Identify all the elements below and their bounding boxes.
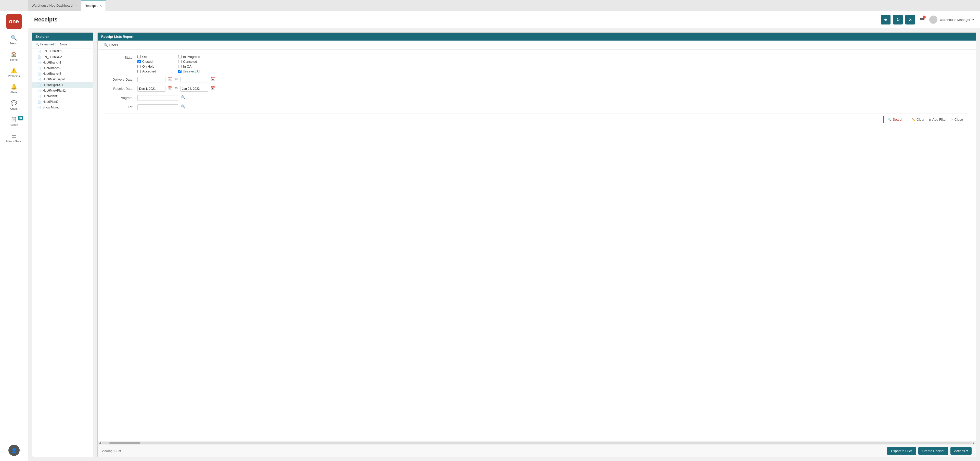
explorer-item-en-hub6dc1[interactable]: 📄EN_Hub6DC1 [32,48,93,54]
export-csv-button[interactable]: Export to CSV [887,447,916,455]
add-filter-button[interactable]: ⊕ Add Filter [929,118,947,121]
checkbox-canceled-input[interactable] [178,60,181,63]
program-label: Program: [105,95,133,100]
app-layout: one 🔍 Search 🏠 Home ⚠️ Problems 🔔 Alerts… [0,11,980,461]
checkbox-open-input[interactable] [137,55,141,58]
explorer-item-hub6plant1[interactable]: 📄Hub6Plant1 [32,93,93,99]
explorer-item-label: Hub6Branch1 [43,61,61,64]
hamburger-menu-button[interactable] [918,15,927,24]
explorer-item-hub6mfgadc1[interactable]: 📄Hub6MfgADC1 [32,82,93,88]
explorer-item-en-hub6dc2[interactable]: 📄EN_Hub6DC2 [32,54,93,60]
tab-close-receipts[interactable]: ✕ [99,4,102,8]
sidebar-item-search[interactable]: 🔍 Search [3,32,25,48]
checkbox-open[interactable]: Open [137,55,173,59]
sidebar-item-problems[interactable]: ⚠️ Problems [3,65,25,80]
delivery-date-to-calendar-button[interactable]: 📅 [211,77,215,81]
delivery-to-label: to [175,77,178,81]
delivery-date-label: Delivery Date: [105,77,133,81]
delivery-date-from-calendar-button[interactable]: 📅 [168,77,172,81]
logo[interactable]: one [6,14,22,29]
checkbox-closed[interactable]: Closed [137,60,173,64]
receipt-date-from-calendar-button[interactable]: 📅 [168,86,172,90]
lot-row: Lot: 🔍 [105,104,968,110]
close-tab-button[interactable]: ✕ [905,15,915,24]
explorer-item-hub6branch2[interactable]: 📄Hub6Branch2 [32,65,93,71]
program-input[interactable] [137,95,178,101]
close-filters-button[interactable]: ✕ Close [951,118,963,121]
checkbox-closed-input[interactable] [137,60,141,63]
bell-icon: 🔔 [11,84,17,90]
file-icon: 📄 [38,106,41,109]
sidebar-item-menus[interactable]: ☰ Menus/Favs [3,130,25,145]
explorer-item-label: EN_Hub6DC1 [43,49,62,53]
checkbox-on-hold-input[interactable] [137,65,141,68]
horizontal-scrollbar[interactable]: ◀ ▶ [98,441,976,445]
receipt-date-to-input[interactable] [180,86,208,92]
sidebar-avatar[interactable]: 👤 [3,442,25,458]
filters-tab-label: Filters [109,43,118,47]
menu-line [920,19,924,20]
explorer-item-label: EN_Hub6DC2 [43,55,62,59]
unselect-all-link[interactable]: Unselect All [183,69,200,73]
lot-label: Lot: [105,104,133,109]
warning-icon: ⚠️ [11,67,17,73]
program-search-button[interactable]: 🔍 [181,95,185,99]
clear-icon: ✏️ [912,118,915,121]
filters-tab-button[interactable]: 🔍 Filters [102,42,120,48]
user-name: Warehouse Manager [939,18,970,22]
tab-label-receipts: Receipts [84,4,98,8]
user-dropdown-button[interactable]: ▾ [972,18,974,21]
sidebar-item-switch[interactable]: 📋 Switch [3,114,25,129]
checkbox-accepted-input[interactable] [137,70,141,73]
explorer-item-label: Hub6Branch2 [43,66,61,70]
search-button[interactable]: 🔍 Search [883,116,907,123]
receipt-date-to-calendar-button[interactable]: 📅 [211,86,215,90]
clear-button[interactable]: ✏️ Clear [912,118,924,121]
checkbox-unselect-all-input[interactable] [178,70,181,73]
checkbox-accepted[interactable]: Accepted [137,69,173,73]
explorer-item-hub6mfgaplant1[interactable]: 📄Hub6MfgAPlant1 [32,88,93,93]
close-icon: ✕ [951,118,953,121]
delivery-date-to-input[interactable] [180,77,208,82]
receipt-date-from-input[interactable] [137,86,165,92]
lot-input[interactable] [137,104,178,110]
explorer-item-show-more[interactable]: 📄Show More... [32,105,93,110]
edit-filters-link[interactable]: edit [51,43,55,46]
scroll-left-arrow[interactable]: ◀ [99,441,101,445]
checkbox-on-hold[interactable]: On Hold [137,65,173,69]
sidebar-item-chats[interactable]: 💬 Chats [3,97,25,113]
explorer-item-hub6maindepot[interactable]: 📄Hub6MainDepot [32,77,93,82]
checkbox-in-qa-input[interactable] [178,65,181,68]
explorer-item-label: Hub6Plant2 [43,100,59,104]
sidebar-label-home: Home [10,58,18,61]
scroll-right-arrow[interactable]: ▶ [973,441,975,445]
program-value: 🔍 [137,95,185,101]
data-area[interactable] [98,130,976,441]
report-body: 🔍 Filters State: Open [98,41,976,457]
sidebar-label-switch: Switch [10,123,18,126]
favorite-button[interactable]: ★ [881,15,891,24]
checkbox-in-qa[interactable]: In QA [178,65,214,69]
sidebar-item-home[interactable]: 🏠 Home [3,48,25,64]
checkbox-in-progress[interactable]: In Progress [178,55,214,59]
scrollbar-thumb[interactable] [109,442,140,444]
explorer-item-hub6branch3[interactable]: 📄Hub6Branch3 [32,71,93,77]
explorer-item-hub6plant2[interactable]: 📄Hub6Plant2 [32,99,93,105]
search-label: Search [893,118,903,121]
checkbox-canceled[interactable]: Canceled [178,60,214,64]
delivery-date-row: Delivery Date: 📅 to 📅 [105,77,968,82]
delivery-date-from-input[interactable] [137,77,165,82]
checkbox-in-progress-input[interactable] [178,55,181,58]
tab-warehouse-dashboard[interactable]: Warehouse Neo Dashboard ✕ [28,0,81,11]
create-receipt-button[interactable]: Create Receipt [918,447,949,455]
menu-icon: ☰ [12,132,16,139]
tab-close-warehouse[interactable]: ✕ [75,4,77,7]
lot-search-button[interactable]: 🔍 [181,104,185,108]
refresh-button[interactable]: ↻ [893,15,903,24]
add-filter-label: Add Filter [932,118,947,121]
tab-receipts[interactable]: Receipts ✕ [81,0,106,11]
explorer-item-hub6branch1[interactable]: 📄Hub6Branch1 [32,60,93,65]
explorer-item-label: Hub6Branch3 [43,72,61,75]
actions-button[interactable]: Actions ▾ [950,447,972,455]
sidebar-item-alerts[interactable]: 🔔 Alerts [3,81,25,96]
